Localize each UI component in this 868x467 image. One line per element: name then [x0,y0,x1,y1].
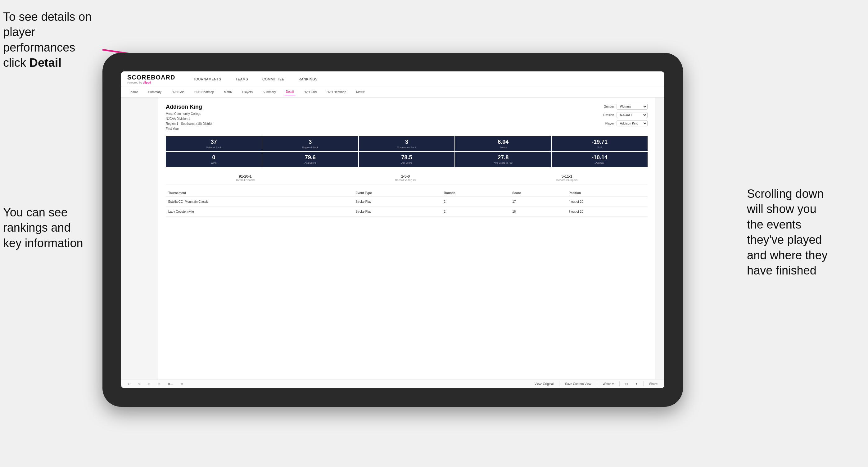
toolbar-watch[interactable]: Watch ▾ [601,382,616,386]
annotation-bottomleft: You can see rankings and key information [3,205,108,251]
annotation-br-line3: the events [747,218,801,231]
filter-player-select[interactable]: Addison King [617,121,648,126]
annotation-br-line4: they've played [747,233,822,246]
toolbar-btn3[interactable]: ⊞ [146,382,152,386]
subnav-h2h-heatmap2[interactable]: H2H Heatmap [325,89,348,95]
toolbar-sep4 [643,381,644,386]
filter-gender-select[interactable]: Women [617,104,648,110]
subnav-h2h-grid2[interactable]: H2H Grid [302,89,318,95]
stats-row1: 37 National Rank 3 Regional Rank 3 Confe… [166,136,648,151]
logo-area: SCOREBOARD Powered by clippd [127,74,175,84]
subnav-summary2[interactable]: Summary [261,89,278,95]
annotation-bl-line1: You can see [3,206,68,219]
stat-regional-rank: 3 Regional Rank [262,136,358,151]
logo-powered: Powered by clippd [127,81,175,84]
stat-avg-sg: -10.14 Avg SG [552,152,648,167]
player-info: Addison King Mesa Community College NJCA… [166,104,212,131]
toolbar-btn5[interactable]: ⊠— [166,382,175,386]
annotation-br-line5: and where they [747,249,828,262]
player-header: Addison King Mesa Community College NJCA… [166,104,648,131]
cell-position-1: 4 out of 20 [566,197,648,207]
cell-rounds-2: 2 [441,207,510,217]
player-filters: Gender Women Division NJCAA I [603,104,648,131]
annotation-bottomright: Scrolling down will show you the events … [747,186,865,278]
right-sidebar [655,97,664,379]
cell-rounds-1: 2 [441,197,510,207]
tablet-device: SCOREBOARD Powered by clippd TOURNAMENTS… [102,53,683,407]
toolbar-undo[interactable]: ↩ [126,382,132,386]
cell-tournament-2: Lady Coyote Invite [166,207,353,217]
annotation-bl-line2: rankings and [3,221,71,234]
stat-avg-score-par: 27.8 Avg Score to Par [455,152,551,167]
record-top25: 1-5-0 Record vs top 25 [395,174,416,182]
nav-rankings[interactable]: RANKINGS [296,76,320,82]
annotation-topleft: To see details on player performances cl… [3,9,102,71]
subnav-h2h-heatmap[interactable]: H2H Heatmap [192,89,216,95]
toolbar-btn4[interactable]: ⊟ [156,382,162,386]
cell-position-2: 7 out of 20 [566,207,648,217]
filter-row-player: Player Addison King [606,121,648,126]
filter-division-label: Division [603,113,614,117]
filter-division-select[interactable]: NJCAA I [617,112,648,118]
col-score: Score [510,189,566,197]
toolbar-sep3 [619,381,620,386]
sub-nav: Teams Summary H2H Grid H2H Heatmap Matri… [121,87,664,97]
toolbar-redo[interactable]: ↪ [136,382,142,386]
stats-row2: 0 Wins 79.6 Avg Score 78.5 Adj Score 27.… [166,152,648,167]
subnav-detail[interactable]: Detail [284,89,296,95]
tablet-screen: SCOREBOARD Powered by clippd TOURNAMENTS… [121,71,664,388]
toolbar-star[interactable]: ✦ [633,382,640,386]
nav-tournaments[interactable]: TOURNAMENTS [191,76,223,82]
toolbar-save-custom-view[interactable]: Save Custom View [563,382,593,386]
table-row: Estella CC- Mountain Classic Stroke Play… [166,197,648,207]
tournament-table: Tournament Event Type Rounds Score Posit… [166,189,648,217]
stat-conference-rank: 3 Conference Rank [359,136,455,151]
records-row: 91-20-1 Overall Record 1-5-0 Record vs t… [166,172,648,184]
main-content: Addison King Mesa Community College NJCA… [121,97,664,379]
bottom-toolbar: ↩ ↪ ⊞ ⊟ ⊠— ⊙ View: Original Save Custom … [121,379,664,388]
stat-adj-score: 78.5 Adj Score [359,152,455,167]
player-division: NJCAA Division 1 [166,117,190,121]
subnav-summary[interactable]: Summary [146,89,163,95]
annotation-line1: To see details on [3,10,92,23]
cell-event-type-2: Stroke Play [353,207,441,217]
player-region: Region 1 - Southwest (18) District [166,122,212,125]
col-tournament: Tournament [166,189,353,197]
left-sidebar [121,97,158,379]
subnav-h2h-grid[interactable]: H2H Grid [169,89,186,95]
annotation-br-line1: Scrolling down [747,187,824,200]
filter-player-label: Player [606,122,614,125]
table-row: Lady Coyote Invite Stroke Play 2 16 7 ou… [166,207,648,217]
filter-gender-label: Gender [604,105,614,108]
toolbar-share[interactable]: Share [647,382,659,386]
subnav-players[interactable]: Players [241,89,254,95]
col-position: Position [566,189,648,197]
cell-tournament-1: Estella CC- Mountain Classic [166,197,353,207]
annotation-br-line2: will show you [747,203,816,216]
annotation-br-line6: have finished [747,264,816,277]
col-event-type: Event Type [353,189,441,197]
cell-event-type-1: Stroke Play [353,197,441,207]
top-nav: SCOREBOARD Powered by clippd TOURNAMENTS… [121,71,664,87]
player-name: Addison King [166,104,212,110]
subnav-matrix[interactable]: Matrix [222,89,234,95]
player-college: Mesa Community College [166,112,202,116]
toolbar-view-original[interactable]: View: Original [533,382,556,386]
player-year: First Year [166,127,179,130]
toolbar-screen[interactable]: ⊡ [623,382,629,386]
nav-teams[interactable]: TEAMS [233,76,251,82]
subnav-matrix2[interactable]: Matrix [354,89,366,95]
subnav-teams[interactable]: Teams [127,89,140,95]
cell-score-1: 17 [510,197,566,207]
filter-row-gender: Gender Women [604,104,648,110]
annotation-line3-pre: click [3,56,29,69]
stat-wins: 0 Wins [166,152,262,167]
stat-national-rank: 37 National Rank [166,136,262,151]
stat-points: 6.04 Points [455,136,551,151]
nav-committee[interactable]: COMMITTEE [260,76,287,82]
toolbar-btn6[interactable]: ⊙ [179,382,185,386]
toolbar-sep2 [597,381,597,386]
record-top50: 5-11-1 Record vs top 50 [556,174,578,182]
stat-avg-score: 79.6 Avg Score [262,152,358,167]
logo-scoreboard: SCOREBOARD [127,74,175,81]
